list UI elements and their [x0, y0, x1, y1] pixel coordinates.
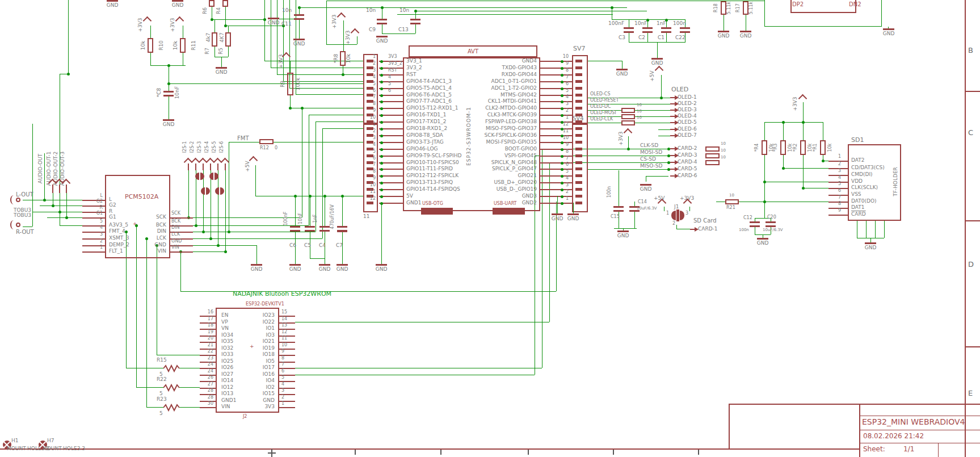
ic-pin-name[interactable]: 3V3_2: [406, 65, 422, 70]
ic-pin-name[interactable]: ADC1_1-T2-GPIO2: [423, 86, 537, 91]
solder-jumper-icon[interactable]: [195, 173, 199, 180]
resistor-card-series[interactable]: [705, 146, 720, 152]
ic-pin-name[interactable]: CLK2-MTDO-GPIO40: [423, 106, 537, 111]
net-pin-label[interactable]: OLED-5: [678, 120, 697, 125]
resistor-card-series[interactable]: [705, 153, 720, 158]
resistor-r18[interactable]: [721, 1, 726, 15]
ic-pin-name[interactable]: GPIO21: [423, 173, 537, 178]
resistor-r10[interactable]: [148, 38, 153, 53]
solder-jumper-icon[interactable]: [220, 187, 224, 195]
jumper-j1[interactable]: [680, 211, 684, 220]
solder-jumper-icon[interactable]: [206, 187, 210, 195]
wrom-pin-name[interactable]: GND: [227, 398, 275, 403]
net-pin-label[interactable]: CARD-5: [678, 166, 697, 171]
resistor-rp2[interactable]: [800, 140, 806, 155]
resistor-r23[interactable]: [163, 403, 180, 411]
ic-pin-name[interactable]: GND1: [406, 200, 421, 206]
jumper-j1[interactable]: [671, 211, 676, 220]
wrom-pin-name[interactable]: IO1: [227, 326, 275, 331]
ic-pin-name[interactable]: MTMS-GPIO42: [423, 93, 537, 98]
net-pin-label[interactable]: OLED-1: [678, 95, 697, 100]
audio-jack-icon[interactable]: [16, 198, 20, 202]
resistor-rp3[interactable]: [780, 140, 786, 155]
sd-pin-name[interactable]: CARD: [851, 212, 866, 217]
net-pin-label[interactable]: OLED-7: [678, 133, 697, 138]
net-pin-label[interactable]: CARD-3: [678, 153, 697, 158]
wrom-pin-name[interactable]: IO16: [227, 372, 275, 377]
sd-pin-name[interactable]: CMD(DI): [851, 172, 873, 177]
solder-jumper-icon[interactable]: [209, 173, 213, 180]
net-pin-label[interactable]: OLED-2: [678, 101, 697, 106]
ic-pin-name[interactable]: GND3: [423, 194, 537, 199]
ic-pin-name[interactable]: USB_D-_GPIO19: [423, 187, 537, 192]
wrom-pin-name[interactable]: IO5: [227, 359, 275, 364]
ic-pin-name[interactable]: BOOT-GPIO0: [423, 146, 537, 152]
resistor-r17[interactable]: [743, 1, 748, 15]
resistor-r22[interactable]: [163, 383, 180, 391]
resistor-r15[interactable]: [163, 364, 180, 372]
ic-pin-name[interactable]: GND2: [423, 200, 537, 206]
ic-pin-name[interactable]: RXD0-GPIO44: [423, 72, 537, 77]
sd-pin-name[interactable]: VDD: [851, 179, 863, 184]
net-pin-label[interactable]: CARD-2: [678, 146, 697, 151]
ic-pin-name[interactable]: FSPIWP-LED-GPIO38: [423, 119, 537, 124]
net-pin-label[interactable]: OLED-4: [678, 114, 697, 119]
sd-pin-name[interactable]: CD/DAT3(CS): [851, 165, 885, 170]
wrom-pin-name[interactable]: IO23: [227, 313, 275, 318]
wrom-pin-name[interactable]: IO4: [227, 378, 275, 383]
resistor-r12[interactable]: [259, 139, 274, 144]
sd-pin-name[interactable]: DAT0(DO): [851, 199, 877, 204]
resistor-r21[interactable]: [725, 199, 739, 204]
solder-jumper-icon[interactable]: [215, 187, 219, 195]
ic-pin-name[interactable]: 5V: [406, 194, 413, 199]
wire-segment: [803, 122, 804, 140]
solder-jumper-icon[interactable]: [201, 187, 205, 195]
wrom-pin-name[interactable]: IO15: [227, 391, 275, 396]
wrom-pin-name[interactable]: IO22: [227, 320, 275, 325]
net-pin-label[interactable]: CARD-1: [698, 227, 718, 232]
resistor-oled-series[interactable]: [621, 120, 635, 125]
audio-jack-icon[interactable]: [16, 223, 20, 227]
resistor-r9[interactable]: [287, 73, 293, 95]
resistor-oled-series[interactable]: [621, 114, 635, 119]
ic-pin-name[interactable]: VSPI-GPIO45: [423, 153, 537, 158]
ic-pin-name[interactable]: MISO-FSPIQ-GPIO37: [423, 126, 537, 131]
sd-pin-name[interactable]: DAT2: [851, 158, 864, 163]
resistor-r5[interactable]: [225, 32, 231, 47]
resistor-r11[interactable]: [180, 38, 186, 53]
wrom-pin-name[interactable]: IO2: [227, 385, 275, 390]
net-pin-label[interactable]: OLED-6: [678, 127, 697, 132]
ic-pin-name[interactable]: GND4: [423, 58, 537, 64]
wrom-pin-name[interactable]: 3V3: [227, 404, 275, 409]
ic-pin-name[interactable]: 3V3_1: [406, 58, 422, 64]
ic-pin-name[interactable]: SPICLK_P_GPIO47: [423, 166, 537, 171]
ic-pin-name[interactable]: CKL1-MTDI-GPIO41: [423, 99, 537, 104]
ic-pin-name[interactable]: SCK-FSPICLK-GPIO36: [423, 133, 537, 138]
ic-pin-name[interactable]: TXD0-GPIO43: [423, 65, 537, 70]
resistor-rp4[interactable]: [762, 140, 767, 155]
resistor-rp1[interactable]: [820, 140, 826, 155]
ic-pin-name[interactable]: CLK3-MTCK-GPIO39: [423, 112, 537, 118]
net-pin-label[interactable]: OLED-3: [678, 107, 697, 112]
net-pin-label[interactable]: CARD-6: [678, 173, 697, 178]
resistor-r4[interactable]: [222, 0, 228, 7]
net-pin-label[interactable]: CARD-4: [678, 160, 697, 165]
resistor-r7[interactable]: [212, 32, 217, 47]
wrom-pin-name[interactable]: IO21: [227, 339, 275, 344]
resistor-oled-series[interactable]: [621, 108, 635, 113]
wrom-pin-name[interactable]: IO19: [227, 346, 275, 351]
resistor-r6[interactable]: [209, 0, 214, 7]
resistor-r8[interactable]: [340, 51, 346, 66]
ic-pin-name[interactable]: USB_D+_GPIO20: [423, 180, 537, 185]
ic-pin-name[interactable]: RST: [406, 72, 416, 77]
ic-pin-name[interactable]: MOSI-FSPID-GPIO35: [423, 140, 537, 145]
wrom-pin-name[interactable]: IO3: [227, 333, 275, 338]
sd-pin-name[interactable]: DAT1: [851, 205, 864, 210]
ic-pin-name[interactable]: SPICLK_N_GPIO48: [423, 160, 537, 165]
sd-pin-name[interactable]: CLK(SCLK): [851, 185, 878, 190]
resistor-card-series[interactable]: [705, 160, 720, 165]
wrom-pin-name[interactable]: IO17: [227, 365, 275, 370]
wrom-pin-name[interactable]: IO18: [227, 352, 275, 357]
ic-pin-name[interactable]: ADC1_0-T1-GPIO1: [423, 79, 537, 84]
sd-pin-name[interactable]: VSS: [851, 192, 861, 197]
